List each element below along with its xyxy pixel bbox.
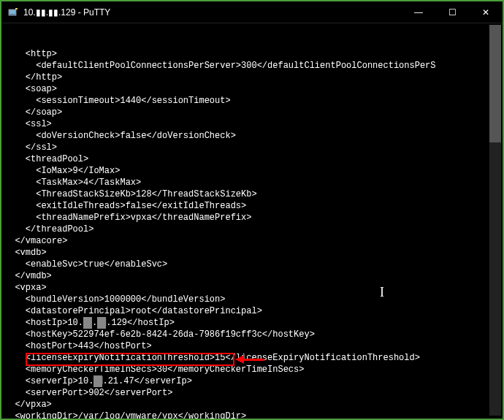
titlebar[interactable]: 10.▮▮.▮▮.129 - PuTTY — ☐ ✕ (1, 1, 503, 23)
terminal-line: <workingDir>/var/log/vmware/vpx</working… (4, 411, 503, 419)
terminal-line: <vmdb> (4, 247, 503, 259)
terminal-line: <memoryCheckerTimeInSecs>30</memoryCheck… (4, 364, 503, 375)
terminal-line: </ssl> (4, 142, 503, 153)
terminal-line: </http> (4, 72, 503, 83)
terminal-line: </vmdb> (4, 270, 503, 282)
terminal-line: <threadPool> (4, 153, 503, 165)
terminal-line: <threadNamePrefix>vpxa</threadNamePrefix… (4, 212, 503, 224)
putty-icon (7, 7, 19, 18)
redacted-text: ██ (83, 317, 92, 329)
terminal-line: </vmacore> (4, 235, 503, 247)
redacted-text: ██ (97, 317, 106, 329)
maximize-button[interactable]: ☐ (435, 1, 469, 23)
terminal-line: <hostKey>522974ef-6e2b-8424-26da-7986f19… (4, 329, 503, 340)
terminal-line: </threadPool> (4, 224, 503, 235)
terminal-line: <hostPort>443</hostPort> (4, 340, 503, 352)
terminal-line: <IoMax>9</IoMax> (4, 165, 503, 177)
terminal-line: <sessionTimeout>1440</sessionTimeout> (4, 95, 503, 107)
terminal-line: <soap> (4, 83, 503, 95)
terminal-line: <serverPort>902</serverPort> (4, 387, 503, 399)
scrollbar[interactable] (489, 25, 501, 416)
scrollbar-thumb[interactable] (489, 25, 501, 142)
terminal-line: <ThreadStackSizeKb>128</ThreadStackSizeK… (4, 188, 503, 200)
window-title: 10.▮▮.▮▮.129 - PuTTY (23, 7, 402, 18)
terminal-line: <hostIp>10.██.██.129</hostIp> (4, 317, 503, 329)
close-button[interactable]: ✕ (469, 1, 503, 23)
terminal-line: </vpxa> (4, 399, 503, 411)
terminal-line: <ssl> (4, 118, 503, 130)
terminal-area[interactable]: <http> <defaultClientPoolConnectionsPerS… (1, 23, 503, 419)
svg-rect-2 (15, 8, 18, 9)
terminal-line: <serverIp>10.██.21.47</serverIp> (4, 375, 503, 387)
terminal-line: <TaskMax>4</TaskMax> (4, 177, 503, 188)
terminal-line: <defaultClientPoolConnectionsPerServer>3… (4, 60, 503, 72)
terminal-line: <exitIdleThreads>false</exitIdleThreads> (4, 200, 503, 212)
terminal-line: <enableSvc>true</enableSvc> (4, 259, 503, 270)
svg-rect-1 (9, 10, 15, 14)
terminal-line: <licenseExpiryNotificationThreshold>15</… (4, 352, 503, 364)
terminal-line: <vpxa> (4, 282, 503, 294)
terminal-line: </soap> (4, 107, 503, 118)
redacted-text: ██ (93, 375, 102, 387)
terminal-line: <doVersionCheck>false</doVersionCheck> (4, 130, 503, 142)
terminal-line: <http> (4, 48, 503, 60)
minimize-button[interactable]: — (402, 1, 435, 23)
window-controls: — ☐ ✕ (402, 1, 503, 23)
terminal-line: <datastorePrincipal>root</datastorePrinc… (4, 305, 503, 317)
terminal-line: <bundleVersion>1000000</bundleVersion> (4, 294, 503, 305)
